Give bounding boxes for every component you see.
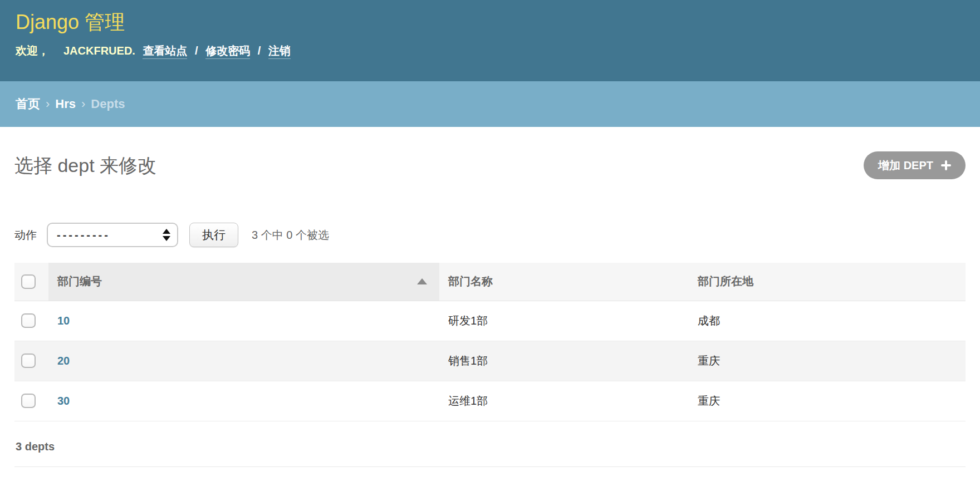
add-dept-label: 增加 DEPT xyxy=(878,158,933,173)
actions-label: 动作 xyxy=(14,228,37,243)
link-separator: / xyxy=(195,45,198,57)
actions-row: 动作 --------- 执行 3 个中 0 个被选 xyxy=(14,223,966,247)
main-content: 选择 dept 来修改 增加 DEPT 动作 --------- 执行 3 个中… xyxy=(0,151,980,467)
select-all-header xyxy=(14,263,48,301)
dept-name-cell: 运维1部 xyxy=(439,381,689,421)
paginator-count: 3 depts xyxy=(14,421,966,467)
breadcrumb-separator: › xyxy=(81,97,85,111)
welcome-username: JACKFRUED. xyxy=(63,45,135,57)
column-header-dept-no[interactable]: 部门编号 xyxy=(48,263,439,301)
add-dept-button[interactable]: 增加 DEPT xyxy=(864,151,966,179)
column-header-label: 部门所在地 xyxy=(698,275,753,287)
sort-ascending-icon[interactable] xyxy=(417,278,427,284)
select-spinner-icon xyxy=(163,229,170,241)
breadcrumb-home-link[interactable]: 首页 xyxy=(16,96,40,112)
row-checkbox[interactable] xyxy=(21,394,36,408)
title-row: 选择 dept 来修改 增加 DEPT xyxy=(14,151,966,179)
dept-location-cell: 成都 xyxy=(689,301,966,341)
site-title-link[interactable]: Django 管理 xyxy=(16,11,125,33)
link-separator: / xyxy=(258,45,261,57)
page-title: 选择 dept 来修改 xyxy=(14,151,156,179)
column-header-label: 部门编号 xyxy=(57,274,102,289)
breadcrumb-app-link[interactable]: Hrs xyxy=(55,97,76,111)
table-row: 30 运维1部 重庆 xyxy=(14,381,966,421)
dept-no-link[interactable]: 30 xyxy=(57,395,70,407)
column-header-dept-name[interactable]: 部门名称 xyxy=(439,263,689,301)
action-select-value: --------- xyxy=(57,229,163,242)
view-site-link[interactable]: 查看站点 xyxy=(143,45,187,59)
select-all-checkbox[interactable] xyxy=(21,274,36,289)
result-table: 部门编号 部门名称 部门所在地 10 研发1部 成都 xyxy=(14,263,966,421)
dept-no-link[interactable]: 10 xyxy=(57,315,70,327)
column-header-label: 部门名称 xyxy=(448,275,493,287)
breadcrumb: 首页 › Hrs › Depts xyxy=(0,81,980,127)
plus-icon xyxy=(941,160,951,170)
change-password-link[interactable]: 修改密码 xyxy=(205,45,250,59)
breadcrumb-separator: › xyxy=(46,97,50,111)
row-checkbox[interactable] xyxy=(21,313,36,328)
table-row: 10 研发1部 成都 xyxy=(14,301,966,341)
dept-location-cell: 重庆 xyxy=(689,381,966,421)
admin-header: Django 管理 欢迎，JACKFRUED. 查看站点 / 修改密码 / 注销 xyxy=(0,0,980,81)
user-tools: 欢迎，JACKFRUED. 查看站点 / 修改密码 / 注销 xyxy=(16,43,964,58)
action-select[interactable]: --------- xyxy=(47,223,178,247)
branding: Django 管理 xyxy=(16,0,964,35)
dept-no-link[interactable]: 20 xyxy=(57,355,70,367)
row-checkbox[interactable] xyxy=(21,353,36,368)
dept-name-cell: 研发1部 xyxy=(439,301,689,341)
breadcrumb-current: Depts xyxy=(91,97,125,111)
table-row: 20 销售1部 重庆 xyxy=(14,341,966,381)
dept-name-cell: 销售1部 xyxy=(439,341,689,381)
welcome-text: 欢迎， xyxy=(16,45,49,57)
table-header-row: 部门编号 部门名称 部门所在地 xyxy=(14,263,966,301)
dept-location-cell: 重庆 xyxy=(689,341,966,381)
column-header-dept-location[interactable]: 部门所在地 xyxy=(689,263,966,301)
logout-link[interactable]: 注销 xyxy=(268,45,291,59)
action-counter: 3 个中 0 个被选 xyxy=(252,228,329,243)
go-button[interactable]: 执行 xyxy=(189,223,238,247)
